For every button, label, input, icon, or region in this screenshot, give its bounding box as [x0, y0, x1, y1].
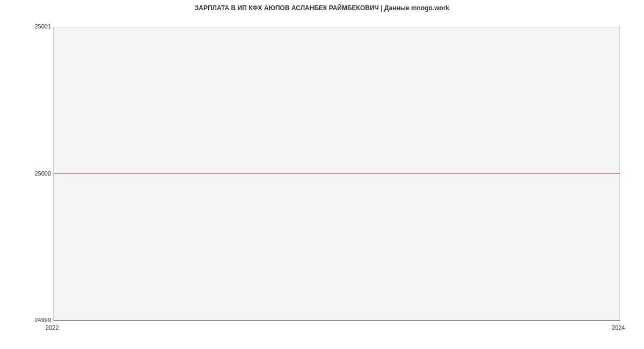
x-tick-label: 2022 [46, 324, 58, 331]
y-tick-label: 24999 [3, 317, 51, 323]
data-line [54, 173, 620, 174]
x-axis-line [54, 321, 620, 321]
chart-title: ЗАРПЛАТА В ИП КФХ АЮПОВ АСЛАНБЕК РАЙМБЕК… [0, 4, 644, 12]
x-tick-label: 2024 [612, 324, 625, 331]
y-tick-label: 25001 [3, 23, 51, 30]
y-tick-label: 25000 [3, 170, 51, 177]
y-axis-line [54, 27, 54, 321]
